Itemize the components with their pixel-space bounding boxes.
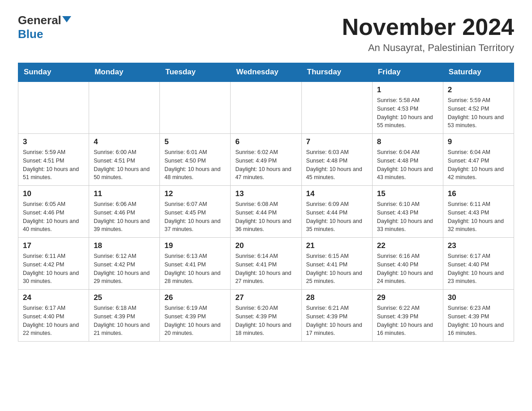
- title-area: November 2024 An Nusayrat, Palestinian T…: [342, 13, 514, 54]
- day-number: 28: [306, 293, 368, 302]
- day-info: Sunrise: 6:00 AMSunset: 4:51 PMDaylight:…: [94, 148, 155, 182]
- calendar-day-cell: 25Sunrise: 6:18 AMSunset: 4:39 PMDayligh…: [89, 290, 160, 342]
- day-info: Sunrise: 6:18 AMSunset: 4:39 PMDaylight:…: [94, 304, 155, 338]
- day-number: 19: [164, 241, 226, 250]
- calendar-day-cell: 13Sunrise: 6:08 AMSunset: 4:44 PMDayligh…: [231, 186, 301, 238]
- day-number: 9: [448, 137, 509, 146]
- day-info: Sunrise: 6:16 AMSunset: 4:40 PMDaylight:…: [377, 252, 438, 286]
- day-info: Sunrise: 6:17 AMSunset: 4:40 PMDaylight:…: [448, 252, 509, 286]
- day-info: Sunrise: 6:13 AMSunset: 4:41 PMDaylight:…: [164, 252, 226, 286]
- logo: General Blue: [18, 13, 71, 41]
- day-info: Sunrise: 6:05 AMSunset: 4:46 PMDaylight:…: [23, 200, 84, 234]
- day-number: 23: [448, 241, 509, 250]
- calendar-day-cell: 29Sunrise: 6:22 AMSunset: 4:39 PMDayligh…: [372, 290, 443, 342]
- day-number: 20: [235, 241, 296, 250]
- day-info: Sunrise: 6:02 AMSunset: 4:49 PMDaylight:…: [235, 148, 296, 182]
- calendar-week-row: 1Sunrise: 5:58 AMSunset: 4:53 PMDaylight…: [18, 81, 514, 134]
- calendar-day-cell: 22Sunrise: 6:16 AMSunset: 4:40 PMDayligh…: [372, 238, 443, 290]
- calendar-week-row: 3Sunrise: 5:59 AMSunset: 4:51 PMDaylight…: [18, 134, 514, 186]
- calendar-day-cell: 21Sunrise: 6:15 AMSunset: 4:41 PMDayligh…: [301, 238, 372, 290]
- calendar-day-cell: 27Sunrise: 6:20 AMSunset: 4:39 PMDayligh…: [231, 290, 301, 342]
- logo-general-text: General: [18, 13, 61, 27]
- day-info: Sunrise: 6:10 AMSunset: 4:43 PMDaylight:…: [377, 200, 438, 234]
- day-number: 29: [377, 293, 438, 302]
- calendar-day-cell: 7Sunrise: 6:03 AMSunset: 4:48 PMDaylight…: [301, 134, 372, 186]
- day-number: 30: [448, 293, 509, 302]
- day-number: 4: [94, 137, 155, 146]
- calendar-day-cell: 12Sunrise: 6:07 AMSunset: 4:45 PMDayligh…: [160, 186, 231, 238]
- calendar-day-cell: 15Sunrise: 6:10 AMSunset: 4:43 PMDayligh…: [372, 186, 443, 238]
- day-number: 17: [23, 241, 84, 250]
- day-number: 10: [23, 189, 84, 198]
- day-number: 22: [377, 241, 438, 250]
- calendar-day-cell: 16Sunrise: 6:11 AMSunset: 4:43 PMDayligh…: [443, 186, 514, 238]
- day-number: 1: [377, 86, 438, 94]
- day-of-week-header: Tuesday: [160, 63, 231, 82]
- day-number: 21: [306, 241, 368, 250]
- calendar-day-cell: 18Sunrise: 6:12 AMSunset: 4:42 PMDayligh…: [89, 238, 160, 290]
- calendar-day-cell: 4Sunrise: 6:00 AMSunset: 4:51 PMDaylight…: [89, 134, 160, 186]
- day-number: 14: [306, 189, 368, 198]
- calendar-day-cell: [301, 81, 372, 134]
- calendar-day-cell: 1Sunrise: 5:58 AMSunset: 4:53 PMDaylight…: [372, 81, 443, 134]
- day-info: Sunrise: 6:04 AMSunset: 4:47 PMDaylight:…: [448, 148, 509, 182]
- location-title: An Nusayrat, Palestinian Territory: [342, 42, 514, 54]
- calendar-day-cell: 9Sunrise: 6:04 AMSunset: 4:47 PMDaylight…: [443, 134, 514, 186]
- day-of-week-header: Thursday: [301, 63, 372, 82]
- day-number: 6: [235, 137, 296, 146]
- calendar-day-cell: 14Sunrise: 6:09 AMSunset: 4:44 PMDayligh…: [301, 186, 372, 238]
- day-number: 13: [235, 189, 296, 198]
- day-info: Sunrise: 6:11 AMSunset: 4:43 PMDaylight:…: [448, 200, 509, 234]
- day-number: 27: [235, 293, 296, 302]
- day-info: Sunrise: 5:59 AMSunset: 4:52 PMDaylight:…: [448, 96, 509, 130]
- day-info: Sunrise: 5:58 AMSunset: 4:53 PMDaylight:…: [377, 96, 438, 130]
- day-info: Sunrise: 6:14 AMSunset: 4:41 PMDaylight:…: [235, 252, 296, 286]
- calendar-day-cell: 19Sunrise: 6:13 AMSunset: 4:41 PMDayligh…: [160, 238, 231, 290]
- calendar-header-row: SundayMondayTuesdayWednesdayThursdayFrid…: [18, 63, 514, 82]
- calendar-day-cell: 5Sunrise: 6:01 AMSunset: 4:50 PMDaylight…: [160, 134, 231, 186]
- calendar-day-cell: 10Sunrise: 6:05 AMSunset: 4:46 PMDayligh…: [18, 186, 89, 238]
- day-info: Sunrise: 6:03 AMSunset: 4:48 PMDaylight:…: [306, 148, 368, 182]
- calendar-day-cell: [160, 81, 231, 134]
- calendar-day-cell: 6Sunrise: 6:02 AMSunset: 4:49 PMDaylight…: [231, 134, 301, 186]
- day-of-week-header: Wednesday: [231, 63, 301, 82]
- day-number: 26: [164, 293, 226, 302]
- calendar-week-row: 10Sunrise: 6:05 AMSunset: 4:46 PMDayligh…: [18, 186, 514, 238]
- calendar-week-row: 17Sunrise: 6:11 AMSunset: 4:42 PMDayligh…: [18, 238, 514, 290]
- logo-arrow-icon: [62, 16, 71, 22]
- day-number: 24: [23, 293, 84, 302]
- calendar-week-row: 24Sunrise: 6:17 AMSunset: 4:40 PMDayligh…: [18, 290, 514, 342]
- calendar-table: SundayMondayTuesdayWednesdayThursdayFrid…: [18, 63, 514, 342]
- calendar-day-cell: 3Sunrise: 5:59 AMSunset: 4:51 PMDaylight…: [18, 134, 89, 186]
- calendar-day-cell: 26Sunrise: 6:19 AMSunset: 4:39 PMDayligh…: [160, 290, 231, 342]
- day-info: Sunrise: 5:59 AMSunset: 4:51 PMDaylight:…: [23, 148, 84, 182]
- calendar-day-cell: 23Sunrise: 6:17 AMSunset: 4:40 PMDayligh…: [443, 238, 514, 290]
- day-number: 8: [377, 137, 438, 146]
- calendar-day-cell: 17Sunrise: 6:11 AMSunset: 4:42 PMDayligh…: [18, 238, 89, 290]
- page-header: General Blue November 2024 An Nusayrat, …: [18, 13, 514, 54]
- calendar-day-cell: 20Sunrise: 6:14 AMSunset: 4:41 PMDayligh…: [231, 238, 301, 290]
- day-number: 3: [23, 137, 84, 146]
- calendar-day-cell: [231, 81, 301, 134]
- day-number: 7: [306, 137, 368, 146]
- day-info: Sunrise: 6:01 AMSunset: 4:50 PMDaylight:…: [164, 148, 226, 182]
- day-info: Sunrise: 6:17 AMSunset: 4:40 PMDaylight:…: [23, 304, 84, 338]
- day-info: Sunrise: 6:04 AMSunset: 4:48 PMDaylight:…: [377, 148, 438, 182]
- day-info: Sunrise: 6:21 AMSunset: 4:39 PMDaylight:…: [306, 304, 368, 338]
- day-number: 16: [448, 189, 509, 198]
- calendar-day-cell: [89, 81, 160, 134]
- day-info: Sunrise: 6:22 AMSunset: 4:39 PMDaylight:…: [377, 304, 438, 338]
- day-of-week-header: Friday: [372, 63, 443, 82]
- day-info: Sunrise: 6:09 AMSunset: 4:44 PMDaylight:…: [306, 200, 368, 234]
- day-number: 15: [377, 189, 438, 198]
- day-number: 11: [94, 189, 155, 198]
- day-info: Sunrise: 6:11 AMSunset: 4:42 PMDaylight:…: [23, 252, 84, 286]
- calendar-day-cell: 28Sunrise: 6:21 AMSunset: 4:39 PMDayligh…: [301, 290, 372, 342]
- calendar-day-cell: 2Sunrise: 5:59 AMSunset: 4:52 PMDaylight…: [443, 81, 514, 134]
- day-of-week-header: Sunday: [18, 63, 89, 82]
- day-info: Sunrise: 6:23 AMSunset: 4:39 PMDaylight:…: [448, 304, 509, 338]
- day-info: Sunrise: 6:15 AMSunset: 4:41 PMDaylight:…: [306, 252, 368, 286]
- calendar-day-cell: [18, 81, 89, 134]
- day-number: 18: [94, 241, 155, 250]
- calendar-day-cell: 8Sunrise: 6:04 AMSunset: 4:48 PMDaylight…: [372, 134, 443, 186]
